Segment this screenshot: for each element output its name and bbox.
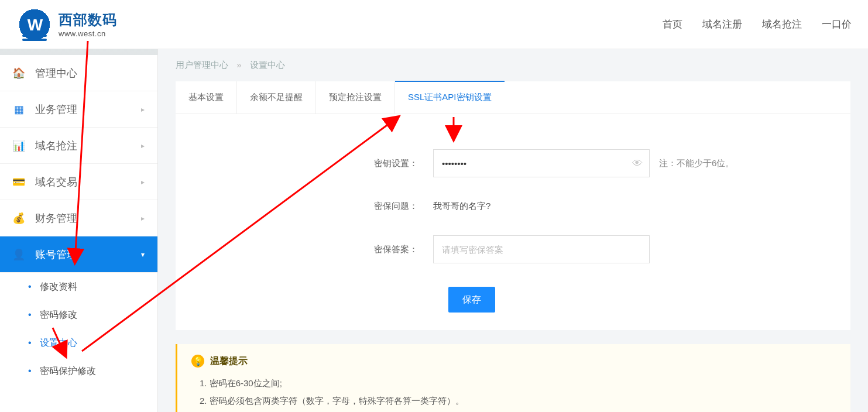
chevron-down-icon: ▾	[141, 250, 145, 259]
grid-icon: ▦	[13, 104, 25, 115]
key-label: 密钥设置：	[211, 158, 433, 169]
sidebar-item-dashboard[interactable]: 🏠 管理中心	[0, 55, 157, 91]
breadcrumb-sep-icon: »	[236, 60, 241, 70]
sidebar-sub-change-password[interactable]: 密码修改	[0, 301, 157, 329]
form: 密钥设置： 👁 注：不能少于6位。 密保问题： 我哥哥的名字?	[176, 114, 850, 330]
sidebar-sub-password-protect[interactable]: 密码保护修改	[0, 357, 157, 385]
tip-box: 💡 温馨提示 1. 密码在6-30位之间; 2. 密码必须包含两类字符（数字，字…	[176, 344, 850, 412]
card-icon: 💳	[13, 176, 25, 188]
breadcrumb-a[interactable]: 用户管理中心	[176, 60, 228, 70]
tip-title: 温馨提示	[210, 355, 248, 368]
home-icon: 🏠	[13, 67, 25, 79]
top-nav: 首页 域名注册 域名抢注 一口价	[663, 18, 852, 31]
sidebar-item-label: 域名抢注	[35, 139, 77, 153]
tab-presnatch[interactable]: 预定抢注设置	[316, 81, 395, 114]
topnav-reg[interactable]: 域名注册	[702, 18, 742, 31]
eye-icon[interactable]: 👁	[632, 157, 643, 170]
sidebar-item-label: 账号管理	[35, 248, 77, 262]
api-key-input[interactable]	[433, 149, 650, 177]
brand-cn: 西部数码	[59, 11, 117, 29]
main-content: 用户管理中心 » 设置中心 基本设置 余额不足提醒 预定抢注设置 SSL证书AP…	[158, 49, 868, 412]
sidebar-item-label: 业务管理	[35, 102, 77, 116]
tab-balance[interactable]: 余额不足提醒	[237, 81, 316, 114]
sidebar-item-domain-trade[interactable]: 💳 域名交易 ▸	[0, 164, 157, 200]
sidebar-item-label: 财务管理	[35, 211, 77, 225]
sidebar-item-label: 域名交易	[35, 175, 77, 189]
sidebar: 🏠 管理中心 ▦ 业务管理 ▸ 📊 域名抢注 ▸ 💳 域名交易 ▸ 💰 财务管理…	[0, 49, 158, 412]
brand-en: www.west.cn	[59, 29, 117, 38]
tab-ssl-api[interactable]: SSL证书API密钥设置	[395, 81, 505, 114]
sidebar-item-domain-snatch[interactable]: 📊 域名抢注 ▸	[0, 128, 157, 164]
security-answer-input[interactable]	[433, 235, 650, 263]
security-question-value: 我哥哥的名字?	[433, 201, 490, 212]
chevron-right-icon: ▸	[141, 178, 145, 186]
sidebar-item-business[interactable]: ▦ 业务管理 ▸	[0, 91, 157, 128]
breadcrumb-b: 设置中心	[250, 60, 285, 70]
save-button[interactable]: 保存	[448, 287, 495, 313]
tip-item: 2. 密码必须包含两类字符（数字，字母，特殊字符各算一类字符）。	[200, 392, 836, 410]
tabs: 基本设置 余额不足提醒 预定抢注设置 SSL证书API密钥设置	[176, 81, 850, 114]
sidebar-sub-settings-center[interactable]: 设置中心	[0, 329, 157, 357]
sidebar-item-finance[interactable]: 💰 财务管理 ▸	[0, 200, 157, 236]
sidebar-item-account[interactable]: 👤 账号管理 ▾	[0, 236, 157, 273]
topnav-home[interactable]: 首页	[663, 18, 682, 31]
bulb-icon: 💡	[191, 355, 204, 368]
wallet-icon: 💰	[13, 212, 25, 224]
logo-mark-icon: W	[16, 6, 53, 43]
brand-logo[interactable]: W 西部数码 www.west.cn	[16, 6, 117, 43]
breadcrumb: 用户管理中心 » 设置中心	[158, 49, 868, 81]
chevron-right-icon: ▸	[141, 105, 145, 114]
top-header: W 西部数码 www.west.cn 首页 域名注册 域名抢注 一口价	[0, 0, 868, 49]
tab-basic[interactable]: 基本设置	[176, 81, 237, 114]
sidebar-sub-edit-profile[interactable]: 修改资料	[0, 273, 157, 301]
key-hint: 注：不能少于6位。	[659, 158, 734, 169]
bars-icon: 📊	[13, 140, 25, 152]
answer-label: 密保答案：	[211, 244, 433, 255]
brand-text: 西部数码 www.west.cn	[59, 11, 117, 38]
idcard-icon: 👤	[13, 249, 25, 260]
chevron-right-icon: ▸	[141, 214, 145, 222]
settings-panel: 基本设置 余额不足提醒 预定抢注设置 SSL证书API密钥设置 密钥设置： 👁 …	[176, 81, 850, 330]
chevron-right-icon: ▸	[141, 142, 145, 150]
topnav-snatch[interactable]: 域名抢注	[762, 18, 802, 31]
tip-item: 1. 密码在6-30位之间;	[200, 375, 836, 392]
question-label: 密保问题：	[211, 201, 433, 212]
sidebar-item-label: 管理中心	[35, 66, 77, 80]
topnav-fixed[interactable]: 一口价	[822, 18, 852, 31]
